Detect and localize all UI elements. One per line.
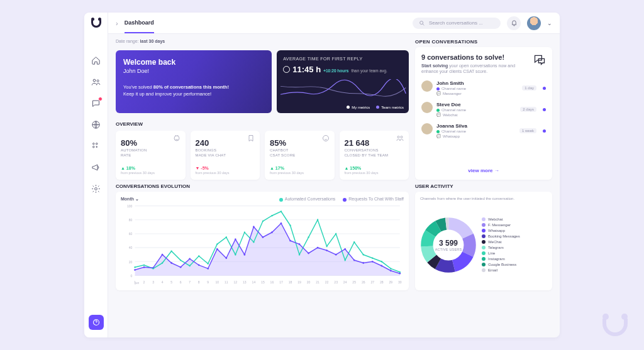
open-conversations-title: 9 conversations to solve!	[421, 53, 528, 61]
evolution-card: Month ⌄ Automated Conversations Requests…	[116, 192, 409, 290]
conversation-age: 1 day	[522, 85, 536, 90]
svg-text:60: 60	[129, 232, 133, 236]
globe-icon[interactable]	[91, 119, 101, 129]
metric-value: 85%	[270, 138, 330, 148]
svg-point-42	[289, 240, 291, 242]
open-conversations-panel: OPEN CONVERSATIONS 9 conversations to so…	[415, 39, 552, 180]
svg-point-70	[271, 215, 272, 216]
chat-icon[interactable]	[91, 98, 101, 108]
evolution-period-selector[interactable]: Month ⌄	[121, 197, 139, 202]
brand-logo[interactable]	[91, 20, 101, 28]
search-placeholder: Search conversations ...	[429, 20, 483, 26]
apps-icon[interactable]	[91, 141, 101, 151]
svg-text:5: 5	[170, 280, 172, 283]
svg-point-58	[162, 262, 163, 263]
avg-reply-delta: +10:20 hours	[323, 68, 348, 73]
channel-label: Channel name	[441, 129, 466, 133]
svg-text:4: 4	[162, 280, 164, 283]
help-button[interactable]	[89, 315, 104, 330]
svg-text:3: 3	[152, 280, 154, 283]
svg-point-45	[317, 247, 319, 249]
unread-dot	[543, 87, 546, 90]
chevron-right-icon[interactable]: ›	[116, 19, 118, 27]
metric-change: ▲ 150%	[345, 166, 404, 170]
svg-point-1	[97, 80, 99, 82]
svg-point-52	[380, 265, 382, 267]
overview-card[interactable]: 21 648Conversationsclosed by the team▲ 1…	[340, 131, 409, 180]
metric-label: BOOKINGSMADE VIA CHAT	[196, 148, 255, 158]
svg-point-38	[253, 226, 255, 227]
unread-dot	[543, 108, 546, 111]
svg-point-60	[180, 260, 181, 261]
svg-point-9	[174, 136, 179, 141]
legend-item: Telegram	[482, 246, 547, 249]
active-users-count: 3 599	[439, 239, 458, 248]
svg-point-5	[93, 146, 95, 148]
view-more-link[interactable]: view more →	[421, 163, 546, 173]
legend-item: Google Business	[482, 263, 547, 266]
conversation-user-name: Steve Doe	[436, 102, 516, 107]
svg-point-44	[308, 253, 309, 254]
svg-point-84	[399, 271, 401, 273]
channel-source-icon: 💬	[436, 112, 441, 117]
overview-header: OVERVIEW	[116, 121, 409, 127]
avg-reply-delta-sub: than your team avg.	[351, 68, 387, 73]
svg-text:12: 12	[233, 280, 237, 283]
clock-icon	[283, 66, 290, 73]
search-input[interactable]: Search conversations ...	[413, 18, 501, 29]
svg-point-66	[235, 254, 236, 255]
svg-text:16: 16	[270, 280, 274, 283]
megaphone-icon[interactable]	[91, 162, 101, 172]
avatar	[421, 80, 433, 92]
metric-label: CHATBOTCSAT SCORE	[270, 148, 330, 158]
svg-text:10: 10	[215, 280, 219, 283]
overview-card[interactable]: 240BOOKINGSMADE VIA CHAT▼ -5%from previo…	[191, 131, 260, 180]
conversation-item[interactable]: Steve DoeChannel name💬Webchat2 days	[421, 102, 546, 117]
avatar[interactable]	[527, 16, 541, 30]
svg-point-12	[401, 136, 402, 138]
svg-point-34	[216, 248, 218, 250]
header: › Dashboard Search conversations ... ⌄	[108, 13, 560, 34]
user-activity-sub: Channels from where the user initiated t…	[420, 197, 547, 200]
svg-point-29	[170, 262, 172, 264]
chevron-down-icon[interactable]: ⌄	[547, 20, 552, 26]
svg-text:14: 14	[252, 280, 256, 283]
svg-point-65	[226, 236, 227, 238]
overview-card[interactable]: 80%AUTOMATIONRATE▲ 18%from previous 30 d…	[116, 131, 186, 180]
channel-source: Webchat	[443, 113, 458, 117]
legend-item: Instagram	[482, 257, 547, 261]
svg-point-63	[208, 263, 209, 264]
metric-icon	[396, 134, 404, 143]
evolution-header: CONVERSATIONS EVOLUTION	[116, 183, 409, 189]
svg-point-40	[271, 231, 273, 233]
svg-point-6	[95, 187, 97, 190]
svg-text:23: 23	[334, 280, 338, 283]
svg-text:29: 29	[389, 280, 392, 283]
avatar	[421, 123, 433, 134]
svg-point-61	[189, 265, 191, 266]
users-icon[interactable]	[91, 77, 101, 87]
overview-card[interactable]: 85%CHATBOTCSAT SCORE▲ 17%from previous 3…	[265, 131, 335, 180]
brand-watermark	[602, 319, 628, 336]
conversation-item[interactable]: John SmithChannel name💬Messenger1 day	[421, 80, 546, 96]
active-users-label: ACTIVE USERS	[435, 248, 462, 251]
conversations-icon	[533, 53, 546, 74]
legend-item: Booking Messages	[482, 234, 547, 238]
svg-text:20: 20	[129, 260, 133, 263]
conversation-age: 2 days	[520, 107, 536, 112]
tab-dashboard[interactable]: Dashboard	[125, 13, 154, 33]
notifications-button[interactable]	[507, 16, 521, 30]
svg-point-33	[207, 268, 209, 270]
conversation-item[interactable]: Joanna SilvaChannel name💬Whatsapp1 week	[421, 123, 546, 138]
welcome-heading: Welcome back	[123, 58, 264, 67]
evolution-legend-a: Automated Conversations	[279, 197, 336, 201]
evolution-chart: 020406080100 123456789101112131415161718…	[121, 202, 404, 285]
svg-point-43	[299, 243, 301, 245]
svg-point-49	[353, 260, 355, 261]
bell-icon	[511, 19, 518, 26]
svg-point-82	[381, 261, 382, 262]
settings-icon[interactable]	[91, 183, 101, 194]
home-icon[interactable]	[91, 55, 101, 65]
evolution-legend-b: Requests To Chat With Staff	[343, 197, 404, 201]
channel-source-icon: 💬	[436, 91, 441, 96]
